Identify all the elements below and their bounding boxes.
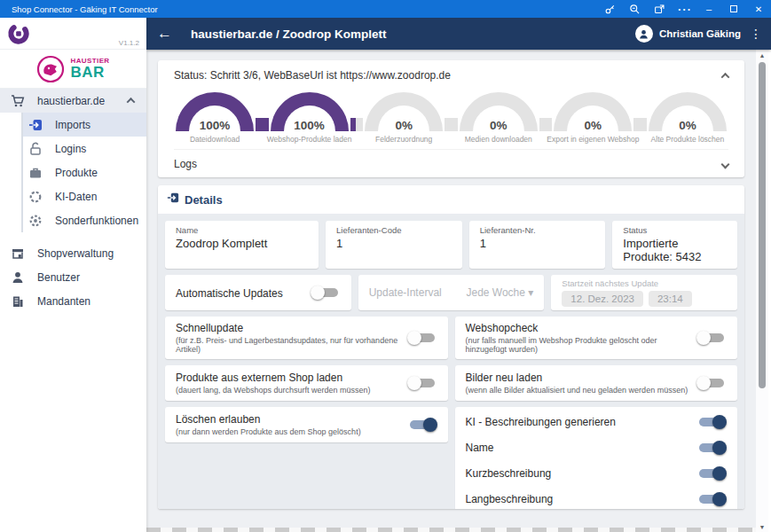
padlock-open-icon <box>28 142 43 156</box>
window-title: Shop Connector - Gäking IT Connector <box>12 4 597 14</box>
start-time-label: Startzeit nächstes Update <box>562 278 727 288</box>
step-connector <box>633 118 647 131</box>
ki-kurzbeschreibung-toggle[interactable] <box>696 466 727 481</box>
sidebar-item-label: Logins <box>55 143 86 155</box>
sidebar-item-sonderfunktionen[interactable]: Sonderfunktionen <box>23 208 146 232</box>
scroll-up-arrow-icon[interactable]: ▲ <box>756 50 768 60</box>
step-connector <box>539 118 553 131</box>
loeschen-erlauben-toggle[interactable] <box>407 417 437 433</box>
field-value: Zoodrop Komplett <box>176 237 308 250</box>
step-connector <box>445 118 458 131</box>
collapse-chevron-icon[interactable] <box>721 72 730 81</box>
logs-section[interactable]: Logs <box>174 149 728 170</box>
toggle-label: Bilder neu laden <box>466 372 690 384</box>
schnellupdate-toggle[interactable] <box>407 330 437 346</box>
lieferanten-nr-field[interactable]: Lieferanten-Nr. 1 <box>469 221 606 269</box>
toggle-desc: (nur dann werden Produkte aus dem Shop g… <box>176 427 400 436</box>
main-content: Status: Schritt 3/6, WebBaseUrl ist http… <box>146 50 756 532</box>
back-button[interactable]: ← <box>157 25 178 43</box>
ki-beschreibungen-card: KI - Beschreibungen generieren Name Kurz… <box>455 407 738 509</box>
scrollbar-thumb[interactable] <box>759 62 766 388</box>
data-circle-icon <box>28 190 43 204</box>
user-name: Christian Gäking <box>659 28 741 39</box>
step-connector <box>350 118 364 131</box>
ki-beschreibungen-toggle[interactable] <box>696 414 727 430</box>
field-label: Name <box>176 225 308 235</box>
field-value: Importierte Produkte: 5432 <box>623 237 727 263</box>
sidebar-item-ki-daten[interactable]: KI-Daten <box>23 184 146 208</box>
gauge-label: Felderzuordnung <box>375 135 432 144</box>
sidebar-item-haustierbar[interactable]: haustierbar.de <box>0 89 146 113</box>
gear-icon <box>28 214 43 228</box>
ki-langbeschreibung-toggle[interactable] <box>696 491 727 507</box>
close-button[interactable]: ✕ <box>746 0 771 18</box>
sidebar-item-imports[interactable]: Imports <box>23 113 146 137</box>
gauge-webshop-produkte: 100% Webshop-Produkte laden <box>269 92 350 144</box>
ki-name-toggle[interactable] <box>696 440 727 456</box>
cart-icon <box>11 94 25 108</box>
gauge-label: Medien downloaden <box>465 135 532 144</box>
zoom-out-icon[interactable] <box>622 0 647 18</box>
maximize-button[interactable] <box>721 0 746 18</box>
person-icon <box>11 270 25 285</box>
step-connector <box>256 118 269 131</box>
login-icon <box>28 118 43 132</box>
bilder-neu-laden-card: Bilder neu laden (wenn alle Bilder aktua… <box>455 365 738 401</box>
gauge-export-webshop: 0% Export in eigenen Webshop <box>552 92 633 144</box>
name-field[interactable]: Name Zoodrop Komplett <box>165 221 319 269</box>
vertical-scrollbar[interactable]: ▲ ▼ <box>756 50 768 532</box>
gauge-label: Export in eigenen Webshop <box>547 135 639 144</box>
lieferanten-code-field[interactable]: Lieferanten-Code 1 <box>326 221 462 269</box>
dog-logo-icon <box>36 55 65 83</box>
sidebar-item-label: haustierbar.de <box>37 95 105 107</box>
kebab-menu-icon[interactable]: ⋮ <box>750 27 762 41</box>
key-icon[interactable] <box>597 0 622 18</box>
expand-chevron-icon <box>721 160 730 168</box>
minimize-button[interactable]: – <box>696 0 721 18</box>
date-chip[interactable]: 12. Dez. 2023 <box>562 291 643 307</box>
auto-update-toggle[interactable] <box>311 285 341 301</box>
toggle-label: KI - Beschreibungen generieren <box>466 416 697 428</box>
sidebar-item-label: Shopverwaltung <box>37 247 114 260</box>
page-title: haustierbar.de / Zoodrop Komplett <box>191 27 635 41</box>
sidebar-item-shopverwaltung[interactable]: Shopverwaltung <box>0 241 146 265</box>
sidebar-item-mandanten[interactable]: Mandanten <box>0 289 146 313</box>
dropdown-caret-icon: ▾ <box>528 286 533 299</box>
gauge-percent: 0% <box>649 119 727 132</box>
gauge-felderzuordnung: 0% Felderzuordnung <box>363 92 445 144</box>
toggle-label: Langbeschreibung <box>466 493 697 505</box>
details-icon <box>167 192 179 207</box>
field-label: Status <box>623 225 727 235</box>
toggle-label: Automatische Updates <box>176 287 283 300</box>
sidebar-item-logins[interactable]: Logins <box>23 137 146 160</box>
progress-steps: 100% Dateidownload 100% Webshop-Produkte… <box>174 92 728 144</box>
more-options-button[interactable]: ⋯ <box>672 0 696 18</box>
sidebar-item-label: Benutzer <box>37 271 80 284</box>
clipped-content-strip <box>146 528 756 532</box>
briefcase-icon <box>28 166 43 180</box>
externer-shop-toggle[interactable] <box>407 375 437 391</box>
sidebar-item-label: Imports <box>55 119 90 131</box>
sidebar-item-produkte[interactable]: Produkte <box>23 160 146 184</box>
sidebar: V1.1.2 HAUSTIER BAR haustierbar.de Impor… <box>0 18 146 532</box>
webshopcheck-toggle[interactable] <box>696 330 727 346</box>
open-window-icon[interactable] <box>647 0 672 18</box>
time-chip[interactable]: 23:14 <box>649 291 692 307</box>
field-value: 1 <box>336 237 452 250</box>
user-menu[interactable]: Christian Gäking <box>635 25 741 43</box>
update-interval-card: Update-Interval Jede Woche ▾ <box>358 275 545 310</box>
sidebar-item-benutzer[interactable]: Benutzer <box>0 265 146 289</box>
auto-update-card: Automatische Updates <box>165 275 351 310</box>
chevron-up-icon <box>127 98 136 106</box>
loeschen-erlauben-card: Löschen erlauben (nur dann werden Produk… <box>165 407 448 442</box>
gauge-percent: 0% <box>554 119 632 132</box>
bilder-neu-laden-toggle[interactable] <box>696 375 727 391</box>
details-title: Details <box>185 193 223 207</box>
window-titlebar: Shop Connector - Gäking IT Connector ⋯ –… <box>0 0 771 18</box>
toggle-desc: (für z.B. Preis- und Lagerbestandsupdate… <box>176 336 400 354</box>
scroll-down-arrow-icon[interactable]: ▼ <box>756 521 768 532</box>
sidebar-item-label: Produkte <box>55 167 98 179</box>
toggle-desc: (wenn alle Bilder aktualisiert und neu g… <box>466 386 690 395</box>
building-icon <box>11 294 25 309</box>
interval-select[interactable]: Jede Woche ▾ <box>466 286 533 299</box>
